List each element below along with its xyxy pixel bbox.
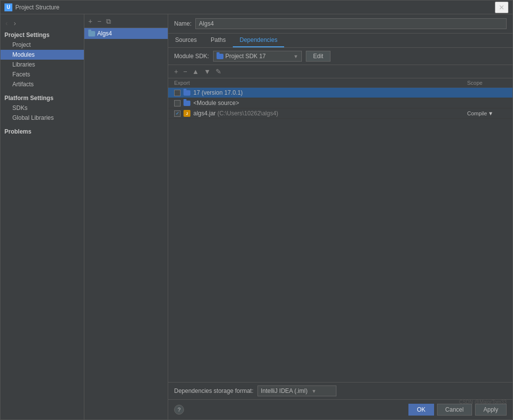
tab-sources[interactable]: Sources	[168, 34, 204, 47]
back-button[interactable]: ‹	[3, 18, 10, 28]
dep-export-checkbox-sdk17[interactable]	[174, 90, 181, 96]
jar-icon: J	[183, 110, 190, 117]
sdk-edit-button[interactable]: Edit	[306, 51, 331, 62]
sdk-dropdown-arrow: ▼	[293, 54, 298, 59]
add-module-button[interactable]: +	[86, 17, 94, 26]
module-panel: + − ⧉ Algs4	[84, 14, 168, 420]
tab-paths[interactable]: Paths	[204, 34, 233, 47]
name-input[interactable]	[195, 18, 507, 29]
app-icon: U	[4, 3, 12, 11]
scope-dropdown-algs4jar[interactable]: Compile ▼	[467, 110, 493, 116]
module-source-folder-icon	[183, 101, 190, 106]
apply-button[interactable]: Apply	[475, 404, 507, 416]
title-bar: U Project Structure ✕	[0, 0, 513, 14]
sdk17-folder-icon	[183, 90, 190, 96]
sidebar-item-problems[interactable]: Problems	[0, 127, 84, 137]
storage-select[interactable]: IntelliJ IDEA (.iml) ▼	[257, 385, 336, 396]
storage-label: Dependencies storage format:	[174, 387, 254, 394]
module-item-label: Algs4	[97, 30, 112, 37]
sdk-select-value: Project SDK 17	[225, 53, 292, 60]
storage-dropdown-arrow: ▼	[311, 388, 316, 394]
help-button[interactable]: ?	[174, 405, 184, 415]
edit-dep-button[interactable]: ✎	[214, 67, 223, 76]
sidebar-item-libraries[interactable]: Libraries	[0, 60, 84, 70]
add-dep-button[interactable]: +	[172, 67, 180, 76]
deps-toolbar: + − ▲ ▼ ✎	[168, 65, 513, 78]
sdk-label: Module SDK:	[174, 53, 209, 60]
project-structure-dialog: U Project Structure ✕ ‹ › Project Settin…	[0, 0, 513, 420]
scope-arrow: ▼	[488, 110, 493, 116]
dep-row-sdk17[interactable]: 17 (version 17.0.1)	[168, 88, 513, 98]
content-panel: Name: Sources Paths Dependencies Module …	[168, 14, 513, 420]
tabs-bar: Sources Paths Dependencies	[168, 34, 513, 48]
module-toolbar: + − ⧉	[84, 14, 168, 28]
name-label: Name:	[174, 20, 191, 27]
sidebar-item-facets[interactable]: Facets	[0, 70, 84, 79]
sidebar-section-project-settings: Project Settings	[0, 30, 84, 40]
sidebar-item-sdks[interactable]: SDKs	[0, 103, 84, 113]
name-row: Name:	[168, 14, 513, 34]
dep-label-module-source: <Module source>	[193, 100, 239, 106]
storage-value: IntelliJ IDEA (.iml)	[261, 387, 308, 394]
remove-module-button[interactable]: −	[95, 17, 103, 26]
move-down-dep-button[interactable]: ▼	[202, 67, 213, 76]
export-col-header: Export	[174, 80, 190, 86]
deps-header: Export Scope	[168, 78, 513, 88]
copy-module-button[interactable]: ⧉	[104, 17, 113, 26]
module-folder-icon	[88, 31, 95, 36]
scope-col-header: Scope	[467, 80, 482, 86]
dep-label-sdk17: 17 (version 17.0.1)	[193, 89, 243, 96]
dep-export-checkbox-module-source[interactable]	[174, 100, 181, 106]
dep-row-module-source[interactable]: <Module source>	[168, 98, 513, 108]
dep-export-checkbox-algs4jar[interactable]	[174, 110, 181, 117]
sidebar-item-project[interactable]: Project	[0, 40, 84, 50]
bottom-bar: Dependencies storage format: IntelliJ ID…	[168, 382, 513, 399]
dialog-title: Project Structure	[15, 4, 495, 11]
sidebar: ‹ › Project Settings Project Modules Lib…	[0, 14, 84, 420]
close-button[interactable]: ✕	[495, 1, 509, 13]
module-item-algs4[interactable]: Algs4	[84, 28, 168, 39]
sdk-folder-icon	[217, 54, 223, 59]
move-up-dep-button[interactable]: ▲	[190, 67, 201, 76]
ok-button[interactable]: OK	[408, 404, 434, 416]
remove-dep-button[interactable]: −	[181, 67, 189, 76]
module-list: Algs4	[84, 28, 168, 420]
forward-button[interactable]: ›	[12, 18, 18, 28]
tab-dependencies[interactable]: Dependencies	[233, 34, 285, 47]
main-content: ‹ › Project Settings Project Modules Lib…	[0, 14, 513, 420]
dep-label-algs4jar: algs4.jar (C:\Users\10262\algs4)	[193, 110, 278, 117]
dep-row-algs4jar[interactable]: J algs4.jar (C:\Users\10262\algs4) Compi…	[168, 108, 513, 119]
sidebar-item-global-libraries[interactable]: Global Libraries	[0, 113, 84, 123]
watermark: CSDN @MajorTom33	[459, 399, 507, 405]
sdk-select[interactable]: Project SDK 17 ▼	[213, 51, 302, 62]
sidebar-item-modules[interactable]: Modules	[0, 50, 84, 60]
sdk-row: Module SDK: Project SDK 17 ▼ Edit	[168, 48, 513, 65]
sidebar-item-artifacts[interactable]: Artifacts	[0, 79, 84, 89]
deps-list: Export Scope 17 (version 17.0.1)	[168, 78, 513, 382]
sidebar-section-platform-settings: Platform Settings	[0, 93, 84, 103]
cancel-button[interactable]: Cancel	[437, 404, 472, 416]
nav-buttons: ‹ ›	[0, 16, 84, 30]
